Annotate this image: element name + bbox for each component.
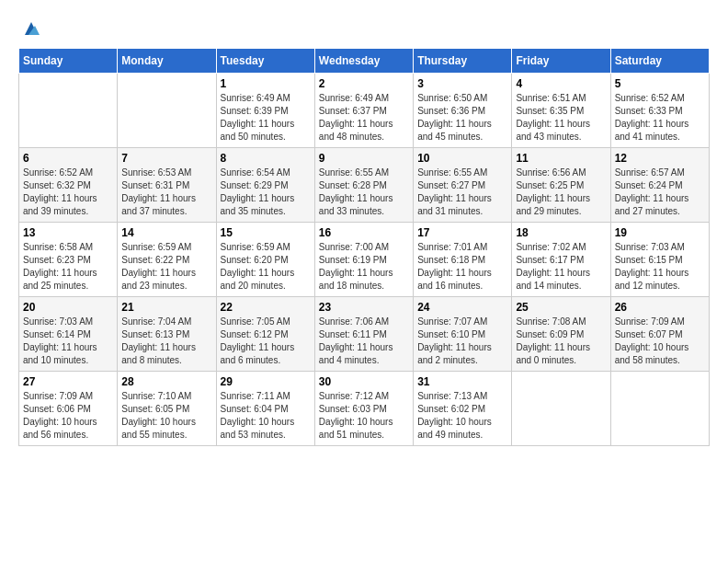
calendar-cell xyxy=(512,372,610,446)
day-info: Sunrise: 7:04 AM Sunset: 6:13 PM Dayligh… xyxy=(121,316,211,367)
calendar-cell xyxy=(118,74,216,148)
calendar-cell: 25Sunrise: 7:08 AM Sunset: 6:09 PM Dayli… xyxy=(512,297,610,372)
day-info: Sunrise: 6:53 AM Sunset: 6:31 PM Dayligh… xyxy=(121,167,211,218)
day-number: 25 xyxy=(516,301,606,314)
day-info: Sunrise: 7:00 AM Sunset: 6:19 PM Dayligh… xyxy=(319,241,409,293)
day-info: Sunrise: 6:56 AM Sunset: 6:25 PM Dayligh… xyxy=(516,167,606,218)
calendar-cell: 4Sunrise: 6:51 AM Sunset: 6:35 PM Daylig… xyxy=(512,74,610,148)
calendar-cell xyxy=(610,372,709,446)
day-number: 23 xyxy=(319,301,409,314)
day-number: 19 xyxy=(615,226,705,239)
day-number: 28 xyxy=(121,375,211,388)
day-info: Sunrise: 7:09 AM Sunset: 6:06 PM Dayligh… xyxy=(23,390,113,442)
calendar-cell: 2Sunrise: 6:49 AM Sunset: 6:37 PM Daylig… xyxy=(314,74,413,148)
calendar-cell: 6Sunrise: 6:52 AM Sunset: 6:32 PM Daylig… xyxy=(19,148,118,223)
day-number: 31 xyxy=(417,375,507,388)
calendar-week-row: 27Sunrise: 7:09 AM Sunset: 6:06 PM Dayli… xyxy=(19,372,710,446)
day-number: 10 xyxy=(417,152,507,165)
day-info: Sunrise: 6:50 AM Sunset: 6:36 PM Dayligh… xyxy=(417,92,507,144)
weekday-header: Friday xyxy=(512,49,610,74)
day-number: 8 xyxy=(221,152,311,165)
day-info: Sunrise: 6:51 AM Sunset: 6:35 PM Dayligh… xyxy=(516,92,606,144)
calendar-week-row: 1Sunrise: 6:49 AM Sunset: 6:39 PM Daylig… xyxy=(19,74,710,148)
day-number: 9 xyxy=(319,152,409,165)
day-number: 2 xyxy=(319,77,409,90)
day-info: Sunrise: 7:09 AM Sunset: 6:07 PM Dayligh… xyxy=(615,316,705,367)
day-info: Sunrise: 7:03 AM Sunset: 6:14 PM Dayligh… xyxy=(23,316,113,367)
day-number: 12 xyxy=(615,152,705,165)
day-number: 27 xyxy=(23,375,113,388)
calendar-table: SundayMondayTuesdayWednesdayThursdayFrid… xyxy=(18,48,710,446)
day-info: Sunrise: 6:52 AM Sunset: 6:33 PM Dayligh… xyxy=(615,92,705,144)
day-info: Sunrise: 6:49 AM Sunset: 6:39 PM Dayligh… xyxy=(221,92,311,144)
day-info: Sunrise: 6:57 AM Sunset: 6:24 PM Dayligh… xyxy=(615,167,705,218)
day-info: Sunrise: 7:10 AM Sunset: 6:05 PM Dayligh… xyxy=(121,390,211,442)
calendar-cell: 24Sunrise: 7:07 AM Sunset: 6:10 PM Dayli… xyxy=(414,297,512,372)
day-info: Sunrise: 6:54 AM Sunset: 6:29 PM Dayligh… xyxy=(221,167,311,218)
calendar-cell: 27Sunrise: 7:09 AM Sunset: 6:06 PM Dayli… xyxy=(19,372,118,446)
calendar-cell: 22Sunrise: 7:05 AM Sunset: 6:12 PM Dayli… xyxy=(216,297,314,372)
calendar-cell: 21Sunrise: 7:04 AM Sunset: 6:13 PM Dayli… xyxy=(118,297,216,372)
day-number: 5 xyxy=(615,77,705,90)
day-number: 7 xyxy=(121,152,211,165)
weekday-header: Tuesday xyxy=(216,49,314,74)
day-number: 24 xyxy=(417,301,507,314)
calendar-cell: 13Sunrise: 6:58 AM Sunset: 6:23 PM Dayli… xyxy=(19,223,118,297)
calendar-cell: 19Sunrise: 7:03 AM Sunset: 6:15 PM Dayli… xyxy=(610,223,709,297)
calendar-cell: 30Sunrise: 7:12 AM Sunset: 6:03 PM Dayli… xyxy=(314,372,413,446)
calendar-cell: 1Sunrise: 6:49 AM Sunset: 6:39 PM Daylig… xyxy=(216,74,314,148)
calendar-cell: 3Sunrise: 6:50 AM Sunset: 6:36 PM Daylig… xyxy=(414,74,512,148)
day-info: Sunrise: 6:55 AM Sunset: 6:27 PM Dayligh… xyxy=(417,167,507,218)
weekday-header: Wednesday xyxy=(314,49,413,74)
calendar-cell: 26Sunrise: 7:09 AM Sunset: 6:07 PM Dayli… xyxy=(610,297,709,372)
day-number: 30 xyxy=(319,375,409,388)
day-number: 20 xyxy=(23,301,113,314)
weekday-header: Thursday xyxy=(414,49,512,74)
calendar-cell: 31Sunrise: 7:13 AM Sunset: 6:02 PM Dayli… xyxy=(414,372,512,446)
weekday-header: Saturday xyxy=(610,49,709,74)
day-number: 15 xyxy=(221,226,311,239)
day-info: Sunrise: 7:06 AM Sunset: 6:11 PM Dayligh… xyxy=(319,316,409,367)
calendar-cell: 11Sunrise: 6:56 AM Sunset: 6:25 PM Dayli… xyxy=(512,148,610,223)
logo-icon xyxy=(21,18,41,39)
page-header xyxy=(18,18,710,39)
day-number: 1 xyxy=(221,77,311,90)
calendar-cell: 29Sunrise: 7:11 AM Sunset: 6:04 PM Dayli… xyxy=(216,372,314,446)
calendar-cell: 9Sunrise: 6:55 AM Sunset: 6:28 PM Daylig… xyxy=(314,148,413,223)
day-info: Sunrise: 7:08 AM Sunset: 6:09 PM Dayligh… xyxy=(516,316,606,367)
day-info: Sunrise: 6:59 AM Sunset: 6:22 PM Dayligh… xyxy=(121,241,211,293)
calendar-cell xyxy=(19,74,118,148)
day-info: Sunrise: 7:01 AM Sunset: 6:18 PM Dayligh… xyxy=(417,241,507,293)
day-number: 22 xyxy=(221,301,311,314)
calendar-cell: 20Sunrise: 7:03 AM Sunset: 6:14 PM Dayli… xyxy=(19,297,118,372)
day-number: 14 xyxy=(121,226,211,239)
day-info: Sunrise: 7:07 AM Sunset: 6:10 PM Dayligh… xyxy=(417,316,507,367)
day-info: Sunrise: 7:05 AM Sunset: 6:12 PM Dayligh… xyxy=(221,316,311,367)
calendar-cell: 5Sunrise: 6:52 AM Sunset: 6:33 PM Daylig… xyxy=(610,74,709,148)
logo xyxy=(18,18,41,39)
calendar-cell: 23Sunrise: 7:06 AM Sunset: 6:11 PM Dayli… xyxy=(314,297,413,372)
day-number: 13 xyxy=(23,226,113,239)
calendar-cell: 12Sunrise: 6:57 AM Sunset: 6:24 PM Dayli… xyxy=(610,148,709,223)
day-number: 6 xyxy=(23,152,113,165)
day-info: Sunrise: 7:12 AM Sunset: 6:03 PM Dayligh… xyxy=(319,390,409,442)
day-info: Sunrise: 7:13 AM Sunset: 6:02 PM Dayligh… xyxy=(417,390,507,442)
day-number: 4 xyxy=(516,77,606,90)
day-info: Sunrise: 6:58 AM Sunset: 6:23 PM Dayligh… xyxy=(23,241,113,293)
calendar-cell: 14Sunrise: 6:59 AM Sunset: 6:22 PM Dayli… xyxy=(118,223,216,297)
day-number: 3 xyxy=(417,77,507,90)
day-info: Sunrise: 7:11 AM Sunset: 6:04 PM Dayligh… xyxy=(221,390,311,442)
calendar-week-row: 6Sunrise: 6:52 AM Sunset: 6:32 PM Daylig… xyxy=(19,148,710,223)
day-number: 16 xyxy=(319,226,409,239)
calendar-cell: 10Sunrise: 6:55 AM Sunset: 6:27 PM Dayli… xyxy=(414,148,512,223)
calendar-week-row: 20Sunrise: 7:03 AM Sunset: 6:14 PM Dayli… xyxy=(19,297,710,372)
calendar-week-row: 13Sunrise: 6:58 AM Sunset: 6:23 PM Dayli… xyxy=(19,223,710,297)
calendar-cell: 8Sunrise: 6:54 AM Sunset: 6:29 PM Daylig… xyxy=(216,148,314,223)
calendar-cell: 17Sunrise: 7:01 AM Sunset: 6:18 PM Dayli… xyxy=(414,223,512,297)
day-number: 17 xyxy=(417,226,507,239)
day-number: 26 xyxy=(615,301,705,314)
day-number: 29 xyxy=(221,375,311,388)
day-info: Sunrise: 7:03 AM Sunset: 6:15 PM Dayligh… xyxy=(615,241,705,293)
day-info: Sunrise: 7:02 AM Sunset: 6:17 PM Dayligh… xyxy=(516,241,606,293)
day-info: Sunrise: 6:55 AM Sunset: 6:28 PM Dayligh… xyxy=(319,167,409,218)
